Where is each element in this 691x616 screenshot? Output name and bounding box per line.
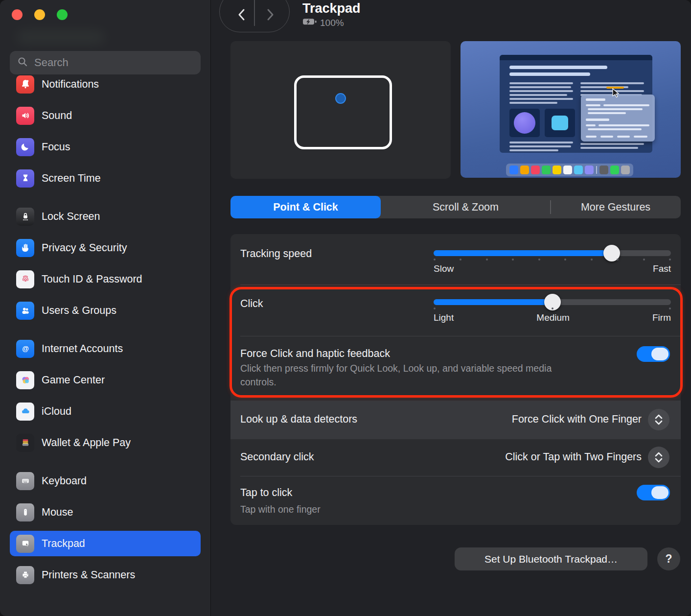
sidebar-item-notifications[interactable]: Notifications xyxy=(10,71,201,97)
sidebar-item-label: Privacy & Security xyxy=(42,242,127,254)
svg-text:@: @ xyxy=(22,345,29,353)
sidebar-item-users-groups[interactable]: Users & Groups xyxy=(10,298,201,323)
minimize-window-button[interactable] xyxy=(34,9,45,20)
sidebar-item-label: Focus xyxy=(42,141,70,153)
sidebar-item-label: Trackpad xyxy=(42,538,85,550)
secondary-click-stepper[interactable] xyxy=(648,447,669,468)
sidebar-item-label: iCloud xyxy=(42,405,71,418)
tracking-speed-slider[interactable] xyxy=(434,250,671,256)
wallet-icon xyxy=(16,434,34,452)
trackpad-preview xyxy=(230,41,451,179)
sidebar-item-privacy-security[interactable]: Privacy & Security xyxy=(10,235,201,261)
cloud-icon xyxy=(16,403,34,421)
sidebar-item-label: Lock Screen xyxy=(42,211,100,223)
click-ticks xyxy=(434,308,671,309)
tap-to-click-label: Tap to click xyxy=(240,487,292,499)
sidebar-item-label: Mouse xyxy=(42,506,73,519)
pill-divider xyxy=(254,0,255,26)
cyan-square-graphic xyxy=(552,116,568,130)
search-icon xyxy=(17,56,28,70)
tab-point-and-click[interactable]: Point & Click xyxy=(230,196,381,218)
sidebar-item-trackpad[interactable]: Trackpad xyxy=(10,531,201,556)
blurred-account-name xyxy=(17,30,105,44)
click-slider[interactable] xyxy=(434,299,671,305)
medium-label: Medium xyxy=(536,312,570,323)
search-field[interactable] xyxy=(10,51,201,74)
sidebar-item-label: Internet Accounts xyxy=(42,343,123,355)
firm-label: Firm xyxy=(652,312,671,323)
sidebar-item-icloud[interactable]: iCloud xyxy=(10,399,201,424)
sidebar-item-mouse[interactable]: Mouse xyxy=(10,499,201,525)
sidebar-item-internet-accounts[interactable]: @ Internet Accounts xyxy=(10,336,201,361)
trackpad-touch-dot xyxy=(335,93,346,104)
sidebar-item-label: Notifications xyxy=(42,78,99,91)
sidebar-item-lock-screen[interactable]: Lock Screen xyxy=(10,204,201,229)
sidebar-item-sound[interactable]: Sound xyxy=(10,103,201,128)
bell-icon xyxy=(16,75,34,94)
sidebar-item-keyboard[interactable]: Keyboard xyxy=(10,468,201,494)
gesture-tabbar: Point & Click Scroll & Zoom More Gesture… xyxy=(230,196,681,218)
tracking-speed-ticks xyxy=(434,259,671,261)
screen-preview-illustration xyxy=(461,41,681,178)
sidebar-item-label: Wallet & Apple Pay xyxy=(42,437,131,449)
look-up-value[interactable]: Force Click with One Finger xyxy=(512,413,642,426)
force-click-label: Force Click and haptic feedback xyxy=(240,348,390,360)
moon-icon xyxy=(16,138,34,156)
quick-look-popup-graphic xyxy=(581,95,655,142)
look-up-stepper[interactable] xyxy=(648,409,669,430)
tap-to-click-description: Tap with one finger xyxy=(240,502,588,516)
sidebar-item-label: Touch ID & Password xyxy=(42,273,142,285)
sidebar: Notifications Sound Focus Screen Time xyxy=(0,0,211,616)
game-bubbles-icon xyxy=(16,371,34,389)
back-button[interactable] xyxy=(236,8,247,23)
sidebar-item-label: Sound xyxy=(42,110,72,122)
at-sign-icon: @ xyxy=(16,340,34,358)
secondary-click-label: Secondary click xyxy=(240,451,314,463)
hourglass-icon xyxy=(16,169,34,188)
tracking-speed-label: Tracking speed xyxy=(240,248,312,260)
zoom-window-button[interactable] xyxy=(57,9,68,20)
sidebar-item-label: Printers & Scanners xyxy=(42,569,135,581)
slow-label: Slow xyxy=(434,263,454,274)
sidebar-item-focus[interactable]: Focus xyxy=(10,134,201,160)
dock-graphic xyxy=(506,164,633,176)
tap-to-click-toggle[interactable] xyxy=(637,485,670,500)
sidebar-item-label: Screen Time xyxy=(42,172,101,185)
battery-charging-icon xyxy=(302,18,318,28)
sidebar-item-screen-time[interactable]: Screen Time xyxy=(10,166,201,191)
back-forward-control xyxy=(219,0,290,32)
sidebar-item-game-center[interactable]: Game Center xyxy=(10,367,201,393)
tab-more-gestures[interactable]: More Gestures xyxy=(551,196,681,218)
sidebar-item-touch-id[interactable]: Touch ID & Password xyxy=(10,266,201,292)
sidebar-item-wallet[interactable]: Wallet & Apple Pay xyxy=(10,430,201,455)
settings-card: Tracking speed Slow Fast Click xyxy=(230,234,681,525)
main-content: Trackpad 100% xyxy=(211,0,691,616)
speaker-icon xyxy=(16,107,34,125)
force-click-description: Click then press firmly for Quick Look, … xyxy=(240,361,588,389)
look-up-label: Look up & data detectors xyxy=(240,413,357,426)
sidebar-item-label: Game Center xyxy=(42,374,105,386)
secondary-click-value[interactable]: Click or Tap with Two Fingers xyxy=(505,451,642,463)
force-click-toggle[interactable] xyxy=(637,346,670,362)
close-window-button[interactable] xyxy=(12,9,23,20)
setup-bluetooth-trackpad-button[interactable]: Set Up Bluetooth Trackpad… xyxy=(455,547,647,570)
trackpad-outline-graphic xyxy=(294,75,392,149)
search-input[interactable] xyxy=(33,56,194,70)
sidebar-item-label: Keyboard xyxy=(42,475,87,487)
lock-icon xyxy=(16,208,34,226)
cursor-icon xyxy=(612,88,621,100)
click-label: Click xyxy=(240,298,263,310)
battery-status: 100% xyxy=(302,18,344,28)
mouse-icon xyxy=(16,503,34,521)
forward-button[interactable] xyxy=(265,8,276,23)
fingerprint-icon xyxy=(16,270,34,288)
sidebar-nav-list: Notifications Sound Focus Screen Time xyxy=(10,71,201,593)
keyboard-icon xyxy=(16,472,34,490)
sidebar-item-printers-scanners[interactable]: Printers & Scanners xyxy=(10,562,201,588)
hand-icon xyxy=(16,239,34,257)
trackpad-icon xyxy=(16,535,34,553)
help-button[interactable]: ? xyxy=(657,547,680,570)
tab-scroll-and-zoom[interactable]: Scroll & Zoom xyxy=(381,196,551,218)
battery-percent: 100% xyxy=(320,18,344,28)
purple-circle-graphic xyxy=(514,112,535,134)
